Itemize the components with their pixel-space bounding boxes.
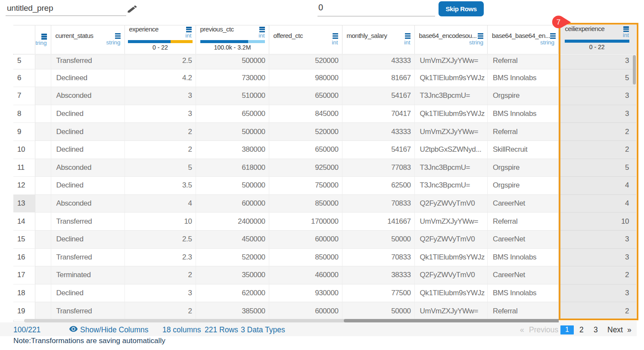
svg-text:7: 7 [557, 18, 560, 26]
